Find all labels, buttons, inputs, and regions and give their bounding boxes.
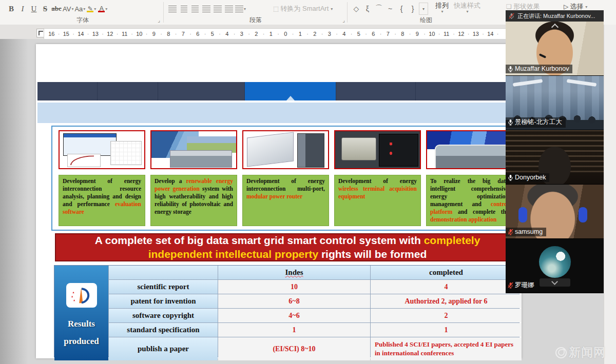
ruler-number: 8	[161, 29, 176, 39]
scribble-icon[interactable]: ξ	[362, 3, 373, 15]
participant-name-tag: Donyorbek	[506, 173, 549, 182]
participant-name-tag: 景柳铭-北方工大	[506, 117, 566, 128]
strikethrough-abc-button[interactable]: abc	[51, 3, 62, 15]
multilevel-list-button[interactable]: ▾	[235, 3, 246, 15]
slide-nav-segment-4[interactable]	[245, 82, 336, 100]
arc-icon[interactable]: ⌒	[374, 3, 384, 15]
ruler-number: 0	[278, 29, 293, 39]
arrange-button[interactable]: 排列▾	[435, 3, 449, 15]
drawing-group-label: 绘图	[349, 16, 503, 25]
slide-nav-segment-3[interactable]	[158, 82, 245, 100]
table-row-index-value: (EI/SCI) 8~10	[218, 337, 370, 360]
distribute-icon	[214, 6, 222, 12]
feature-image-control-room[interactable]	[426, 130, 513, 169]
ruler-number: 7	[176, 29, 191, 39]
news-logo-icon	[555, 347, 567, 358]
align-center-icon	[181, 6, 187, 12]
shape-gallery-more-button[interactable]: ▾	[419, 3, 428, 15]
paragraph-dialog-launcher-icon[interactable]: ⌟	[342, 17, 345, 23]
underline-button[interactable]: U	[29, 3, 39, 15]
scrollbar-strip[interactable]	[604, 25, 616, 364]
justify-button[interactable]	[201, 3, 211, 15]
table-row-label: patent for invention	[109, 294, 218, 308]
align-right-icon	[191, 6, 199, 12]
italic-button[interactable]: I	[17, 3, 28, 15]
image-fragment	[297, 133, 324, 168]
participant-name-tag: Muzaffar Kurbonov	[506, 65, 572, 73]
participant-tile-1[interactable]: Muzaffar Kurbonov	[506, 22, 604, 76]
slide-nav-segment-2[interactable]	[98, 82, 158, 100]
change-case-button[interactable]: Aa▾	[74, 3, 85, 15]
table-header-empty	[109, 266, 218, 279]
feature-image-power-router-device[interactable]	[242, 130, 329, 169]
slide-content-box[interactable]: Development of energy interconnection re…	[51, 126, 520, 231]
feature-texts-row: Development of energy interconnection re…	[59, 175, 513, 226]
feature-text: Develop a	[155, 178, 186, 184]
banner-text: A complete set of big data smart grid sm…	[95, 234, 424, 246]
align-center-button[interactable]	[179, 3, 189, 15]
expand-options-button[interactable]	[540, 278, 570, 287]
highlighted-text: modular power router	[246, 193, 302, 199]
align-right-button[interactable]	[190, 3, 200, 15]
mic-icon	[508, 174, 513, 181]
table-row-index-value: 1	[218, 323, 370, 337]
chevron-down-icon: ▾	[244, 7, 246, 11]
participant-name: Donyorbek	[515, 174, 546, 181]
ruler-number: 7	[381, 29, 396, 39]
table-header-index: Indes	[218, 266, 370, 279]
feature-image-solar-installation[interactable]	[150, 130, 237, 169]
multilevel-list-icon	[235, 6, 243, 12]
slide-title-band	[37, 103, 520, 123]
image-fragment	[341, 137, 376, 160]
quick-styles-button[interactable]: 快速样式▾	[454, 3, 480, 15]
distribute-button[interactable]	[213, 3, 223, 15]
results-table[interactable]: Results produced Indescompletedscientifi…	[54, 265, 519, 357]
brace-left-icon[interactable]: {	[396, 3, 407, 15]
highlight-color-button[interactable]: ✎ ▾	[86, 3, 97, 15]
participant-tile-2[interactable]: 景柳铭-北方工大	[506, 76, 604, 130]
muted-mic-icon	[508, 282, 513, 289]
feature-text-5[interactable]: To realize the big data intelligent comp…	[426, 175, 513, 226]
participant-tile-3[interactable]: Donyorbek	[506, 130, 604, 185]
align-left-icon	[168, 6, 177, 12]
muted-mic-icon	[508, 229, 513, 235]
ruler-number: 13	[88, 29, 103, 39]
feature-image-software-screenshot[interactable]	[59, 130, 145, 169]
feature-text-2[interactable]: Develop a renewable energy power generat…	[150, 175, 237, 226]
image-fragment	[170, 150, 232, 168]
table-row-label: scientific report	[109, 280, 218, 294]
convert-to-smartart-button[interactable]: ⬚ 转换为 SmartArt ▾	[273, 4, 333, 13]
participant-tile-5[interactable]: 罗珊娜	[506, 239, 604, 293]
freeform-shape-icon[interactable]: ◇	[351, 3, 361, 15]
feature-text-1[interactable]: Development of energy interconnection re…	[59, 175, 145, 226]
curve-icon[interactable]: ~	[385, 3, 395, 15]
mic-icon	[508, 66, 513, 72]
slide-nav-segment-6[interactable]	[416, 82, 520, 100]
line-spacing-button[interactable]	[224, 3, 234, 15]
ruler-number: 10	[132, 29, 147, 39]
font-dialog-launcher-icon[interactable]: ⌟	[158, 17, 160, 23]
image-fragment	[247, 132, 294, 167]
slide-nav-segment-1[interactable]	[37, 82, 98, 100]
highlighted-text: demonstration application	[430, 216, 496, 223]
banner-statement[interactable]: A complete set of big data smart grid sm…	[55, 233, 520, 261]
align-left-button[interactable]	[167, 3, 178, 15]
font-colorbar	[98, 11, 105, 12]
banner-text: rights will be formed	[318, 248, 427, 260]
bold-button[interactable]: B	[6, 3, 16, 15]
participant-tile-4[interactable]: samsumg	[506, 185, 604, 239]
now-speaking-bar[interactable]: 正在讲话: Muzaffar Kurbonov...	[506, 10, 604, 22]
brace-right-icon[interactable]: }	[408, 3, 418, 15]
feature-image-wireless-terminal-equipment[interactable]	[334, 130, 421, 169]
character-spacing-button[interactable]: AV▾	[63, 3, 73, 15]
strikethrough-button[interactable]: S	[40, 3, 50, 15]
ruler-number: 13	[469, 29, 484, 39]
feature-text-4[interactable]: Development of energy wireless terminal …	[334, 175, 421, 226]
table-row-index-value: 10	[218, 280, 370, 294]
feature-text-3[interactable]: Development of energy interconnection mu…	[242, 175, 329, 226]
slide-nav-segment-5[interactable]	[336, 82, 416, 100]
ruler-number: 16	[44, 29, 59, 39]
font-color-button[interactable]: A ▾	[98, 3, 108, 15]
highlight-colorbar	[87, 11, 93, 12]
shape-effects-icon: ❏	[506, 3, 512, 10]
